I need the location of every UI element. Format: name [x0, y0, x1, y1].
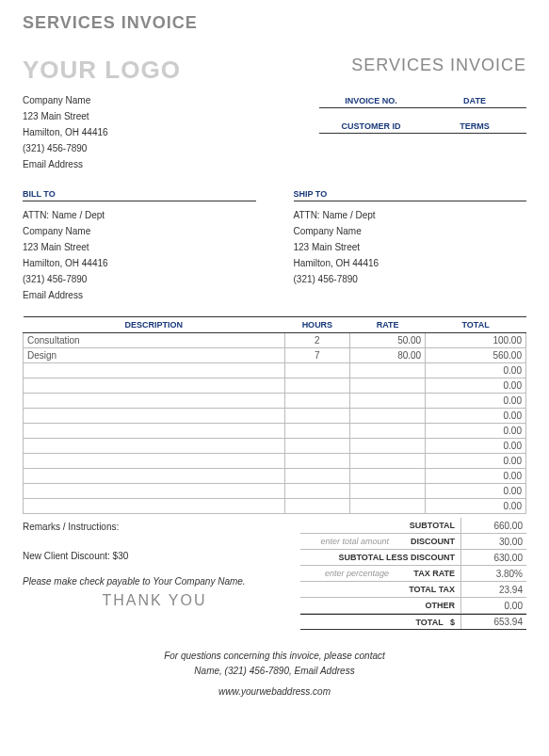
cell-description	[24, 409, 285, 424]
footer-line2: Name, (321) 456-7890, Email Address	[23, 664, 526, 679]
table-row: 0.00	[24, 363, 526, 378]
totals-block: SUBTOTAL 660.00 enter total amount DISCO…	[300, 518, 526, 630]
cell-rate	[350, 499, 426, 514]
bill-to-title: BILL TO	[23, 189, 256, 201]
cell-hours	[284, 469, 349, 484]
cell-total: 560.00	[426, 348, 526, 363]
bill-to-street: 123 Main Street	[23, 239, 256, 255]
cell-hours: 7	[284, 348, 349, 363]
table-row: Design780.00560.00	[24, 348, 526, 363]
table-row: 0.00	[24, 439, 526, 454]
cell-hours	[284, 378, 349, 394]
cell-rate	[350, 409, 426, 424]
taxrate-value: 3.80%	[460, 566, 526, 581]
cell-description	[24, 363, 285, 378]
cell-rate	[350, 484, 426, 499]
cell-total: 0.00	[426, 394, 526, 409]
cell-total: 100.00	[426, 333, 526, 348]
cell-rate	[350, 469, 426, 484]
table-row: 0.00	[24, 454, 526, 469]
cell-description	[24, 439, 285, 454]
sender-phone: (321) 456-7890	[23, 140, 211, 156]
cell-rate	[350, 363, 426, 378]
subtotal-less-label: SUBTOTAL LESS DISCOUNT	[300, 553, 460, 562]
cell-total: 0.00	[426, 469, 526, 484]
ship-to-block: SHIP TO ATTN: Name / Dept Company Name 1…	[294, 189, 527, 303]
sender-city: Hamilton, OH 44416	[23, 124, 211, 140]
bill-to-phone: (321) 456-7890	[23, 271, 256, 287]
cell-total: 0.00	[426, 378, 526, 394]
cell-description: Design	[24, 348, 285, 363]
line-items-table: DESCRIPTION HOURS RATE TOTAL Consultatio…	[23, 316, 526, 514]
discount-hint: enter total amount	[300, 537, 395, 546]
totaltax-value: 23.94	[460, 582, 526, 597]
col-rate: RATE	[350, 317, 426, 333]
sender-company-block: Company Name 123 Main Street Hamilton, O…	[23, 92, 211, 172]
cell-total: 0.00	[426, 439, 526, 454]
table-row: 0.00	[24, 484, 526, 499]
cell-rate	[350, 394, 426, 409]
cell-hours	[284, 439, 349, 454]
cell-hours	[284, 394, 349, 409]
other-value: 0.00	[460, 598, 526, 613]
subtotal-value: 660.00	[460, 518, 526, 533]
table-row: 0.00	[24, 469, 526, 484]
bill-to-company: Company Name	[23, 223, 256, 239]
ship-to-attn: ATTN: Name / Dept	[294, 207, 527, 223]
sender-street: 123 Main Street	[23, 108, 211, 124]
ship-to-street: 123 Main Street	[294, 239, 527, 255]
logo-placeholder: YOUR LOGO	[23, 56, 181, 85]
cell-description	[24, 378, 285, 394]
ship-to-title: SHIP TO	[294, 189, 527, 201]
table-row: 0.00	[24, 378, 526, 394]
cell-hours	[284, 499, 349, 514]
table-row: 0.00	[24, 424, 526, 439]
cell-rate: 80.00	[350, 348, 426, 363]
invoice-title: SERVICES INVOICE	[351, 56, 526, 75]
cell-total: 0.00	[426, 499, 526, 514]
cell-rate: 50.00	[350, 333, 426, 348]
invoice-meta-block: INVOICE NO. DATE CUSTOMER ID TERMS	[319, 92, 526, 172]
subtotal-less-value: 630.00	[460, 550, 526, 565]
page-top-title: SERVICES INVOICE	[23, 13, 526, 33]
cell-rate	[350, 454, 426, 469]
sender-name: Company Name	[23, 92, 211, 108]
cell-rate	[350, 424, 426, 439]
ship-to-phone: (321) 456-7890	[294, 271, 527, 287]
cell-description	[24, 499, 285, 514]
cell-total: 0.00	[426, 409, 526, 424]
discount-label: DISCOUNT	[395, 537, 460, 546]
remarks-text: New Client Discount: $30	[23, 551, 300, 561]
taxrate-hint: enter percentage	[300, 569, 395, 578]
footer-block: For questions concerning this invoice, p…	[23, 649, 526, 700]
cell-total: 0.00	[426, 363, 526, 378]
footer-line1: For questions concerning this invoice, p…	[23, 649, 526, 664]
cell-hours	[284, 484, 349, 499]
bill-to-email: Email Address	[23, 287, 256, 303]
grand-total-label: TOTAL $	[300, 618, 460, 627]
table-row: Consultation250.00100.00	[24, 333, 526, 348]
bill-to-block: BILL TO ATTN: Name / Dept Company Name 1…	[23, 189, 256, 303]
table-row: 0.00	[24, 394, 526, 409]
ship-to-city: Hamilton, OH 44416	[294, 255, 527, 271]
cell-description: Consultation	[24, 333, 285, 348]
cell-description	[24, 394, 285, 409]
discount-value: 30.00	[460, 534, 526, 549]
table-row: 0.00	[24, 409, 526, 424]
cell-total: 0.00	[426, 484, 526, 499]
cell-description	[24, 484, 285, 499]
ship-to-company: Company Name	[294, 223, 527, 239]
col-total: TOTAL	[426, 317, 526, 333]
terms-label: TERMS	[423, 121, 526, 133]
footer-website: www.yourwebaddress.com	[23, 684, 526, 700]
other-label: OTHER	[300, 601, 460, 610]
remarks-label: Remarks / Instructions:	[23, 522, 300, 532]
taxrate-label: TAX RATE	[395, 569, 460, 578]
cell-hours: 2	[284, 333, 349, 348]
cell-hours	[284, 363, 349, 378]
invoice-no-label: INVOICE NO.	[319, 96, 423, 107]
cell-rate	[350, 439, 426, 454]
cell-hours	[284, 454, 349, 469]
cell-total: 0.00	[426, 454, 526, 469]
cell-description	[24, 424, 285, 439]
